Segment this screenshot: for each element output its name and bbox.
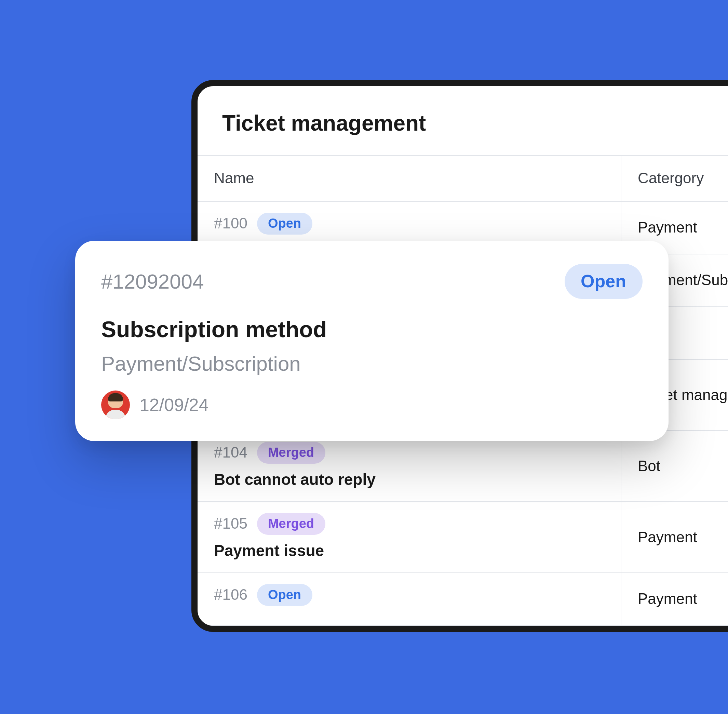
column-header-name[interactable]: Name [198, 156, 622, 201]
ticket-id: #106 [214, 586, 247, 604]
cell-name: #105MergedPayment issue [198, 502, 622, 572]
table-header: Name Catergory [198, 156, 728, 202]
ticket-id: #100 [214, 215, 247, 232]
ticket-id: #104 [214, 444, 247, 462]
ticket-id: #12092004 [101, 270, 204, 293]
cell-name: #106Open [198, 573, 622, 625]
table-row[interactable]: #105MergedPayment issuePayment [198, 502, 728, 573]
ticket-id: #105 [214, 515, 247, 533]
status-badge: Open [564, 264, 643, 299]
ticket-title: Subscription method [101, 316, 643, 343]
table-row[interactable]: #106OpenPayment [198, 573, 728, 626]
page-title: Ticket management [198, 111, 728, 155]
ticket-name: Payment issue [214, 542, 604, 560]
cell-name: #104MergedBot cannot auto reply [198, 431, 622, 501]
status-badge: Open [257, 213, 312, 235]
cell-category: Payment [622, 573, 728, 625]
ticket-detail-card[interactable]: #12092004 Open Subscription method Payme… [75, 241, 668, 441]
ticket-date: 12/09/24 [139, 394, 208, 416]
cell-category: Payment [622, 502, 728, 572]
status-badge: Open [257, 584, 312, 606]
assignee-avatar[interactable] [101, 390, 130, 419]
status-badge: Merged [257, 442, 325, 464]
cell-category: Bot [622, 431, 728, 501]
ticket-category: Payment/Subscription [101, 352, 643, 375]
status-badge: Merged [257, 513, 325, 535]
ticket-name: Bot cannot auto reply [214, 471, 604, 489]
column-header-category[interactable]: Catergory [622, 156, 728, 201]
table-row[interactable]: #104MergedBot cannot auto replyBot [198, 431, 728, 502]
